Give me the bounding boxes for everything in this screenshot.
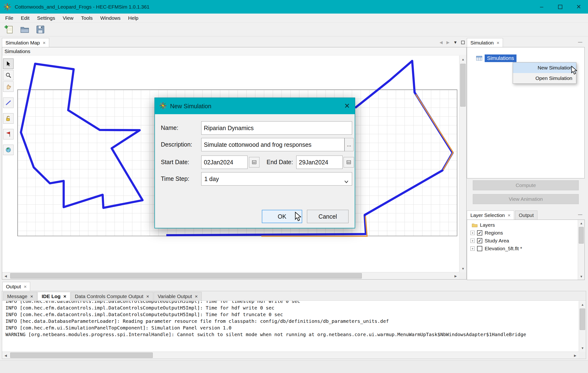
map-vscroll-thumb[interactable]	[460, 64, 466, 107]
new-file-icon	[4, 25, 14, 34]
magnifier-icon	[5, 72, 11, 78]
maximize-window-icon[interactable]	[461, 41, 465, 44]
tab-scroll-left-icon[interactable]: ◀	[440, 40, 443, 45]
tab-layer-selection[interactable]: Layer Selection ×	[467, 210, 514, 219]
dialog-header[interactable]: New Simulation	[155, 98, 355, 114]
layers-vertical-scrollbar[interactable]: ▲ ▼	[578, 220, 584, 280]
log-line: WARNING [org.netbeans.modules.progress.s…	[5, 331, 579, 338]
start-date-label: Start Date:	[161, 159, 189, 165]
tree-root-row[interactable]: Simulations	[476, 55, 584, 62]
start-date-picker-button[interactable]	[249, 157, 259, 167]
panel-minimize-icon[interactable]: —	[578, 212, 582, 217]
map-horizontal-scrollbar[interactable]: ◀ ▶	[2, 272, 459, 279]
regions-checkbox[interactable]: ✓	[477, 230, 482, 235]
context-item-new-simulation[interactable]: New Simulation	[513, 63, 576, 73]
layer-label-study-area: Study Area	[485, 238, 509, 244]
layer-row-elevation[interactable]: + Elevation_5ft.flt *	[470, 246, 584, 252]
dialog-close-icon[interactable]: ✕	[344, 102, 350, 110]
layers-root-row[interactable]: Layers	[472, 222, 584, 228]
menu-item-view[interactable]: View	[59, 13, 77, 22]
tab-close-icon[interactable]: ×	[43, 40, 46, 46]
tab-output[interactable]: Output ×	[2, 282, 30, 291]
scroll-up-icon[interactable]: ▲	[579, 301, 586, 308]
description-browse-button[interactable]: ...	[345, 138, 354, 151]
time-step-select[interactable]: 1 day	[201, 172, 352, 186]
log-hscroll-thumb[interactable]	[10, 352, 153, 358]
menu-item-tools[interactable]: Tools	[77, 13, 96, 22]
flag-tool-button[interactable]	[3, 129, 13, 139]
open-button[interactable]	[19, 24, 31, 35]
end-date-field[interactable]	[296, 155, 343, 169]
start-date-field[interactable]	[201, 155, 248, 169]
subtab-message[interactable]: Message ×	[3, 292, 37, 300]
measure-tool-button[interactable]	[3, 98, 13, 108]
scroll-down-icon[interactable]: ▼	[578, 273, 585, 280]
expand-plus-icon[interactable]: +	[470, 231, 475, 235]
scroll-down-icon[interactable]: ▼	[460, 265, 467, 272]
tab-close-icon[interactable]: ×	[63, 294, 66, 299]
elevation-checkbox[interactable]	[477, 246, 482, 251]
tab-close-icon[interactable]: ×	[24, 284, 27, 289]
scroll-left-icon[interactable]: ◀	[2, 272, 9, 280]
cancel-button[interactable]: Cancel	[307, 210, 348, 223]
lock-tool-button[interactable]	[3, 113, 13, 124]
scroll-up-icon[interactable]: ▲	[460, 56, 467, 63]
compute-button[interactable]: Compute	[473, 180, 579, 190]
map-vertical-scrollbar[interactable]: ▲ ▼	[459, 56, 466, 272]
panel-minimize-icon[interactable]: —	[578, 40, 582, 44]
minimize-button[interactable]: –	[532, 0, 551, 13]
description-label: Description:	[161, 141, 192, 148]
close-button[interactable]: ✕	[569, 0, 588, 13]
tab-close-icon[interactable]: ×	[146, 294, 149, 299]
layer-row-study-area[interactable]: + ✓ Study Area	[470, 238, 584, 244]
subtab-ide-log[interactable]: IDE Log ×	[38, 292, 70, 300]
log-vscroll-thumb[interactable]	[580, 308, 585, 330]
scroll-up-icon[interactable]: ▲	[578, 220, 585, 226]
tab-scroll-right-icon[interactable]: ▶	[446, 40, 450, 45]
scroll-right-icon[interactable]: ▶	[452, 272, 459, 280]
tab-output-right[interactable]: Output	[515, 210, 537, 219]
maximize-button[interactable]	[551, 0, 569, 13]
study-area-checkbox[interactable]: ✓	[477, 238, 482, 243]
subtab-variable-output[interactable]: Variable Output ×	[154, 292, 202, 300]
layers-vscroll-thumb[interactable]	[579, 227, 584, 244]
scroll-right-icon[interactable]: ▶	[572, 352, 579, 359]
log-line: INFO [com.hec.efm.datacontrols.impl.Data…	[5, 305, 579, 311]
save-button[interactable]	[35, 24, 46, 35]
tab-close-icon[interactable]: ×	[195, 294, 198, 299]
log-horizontal-scrollbar[interactable]: ◀ ▶	[2, 351, 579, 359]
red-flag-icon	[5, 131, 11, 137]
select-tool-button[interactable]	[3, 58, 13, 69]
globe-tool-button[interactable]	[3, 145, 13, 155]
scroll-down-icon[interactable]: ▼	[579, 344, 586, 351]
subtab-data-controls-compute-output[interactable]: Data Controls Compute Output ×	[71, 292, 153, 300]
tab-simulation-map[interactable]: Simulation Map ×	[2, 38, 49, 47]
view-animation-button[interactable]: View Animation	[473, 194, 579, 204]
layer-row-regions[interactable]: + ✓ Regions	[470, 230, 584, 236]
context-item-open-simulation[interactable]: Open Simulation	[513, 73, 576, 84]
tab-close-icon[interactable]: ×	[30, 294, 33, 299]
menu-item-edit[interactable]: Edit	[17, 13, 33, 22]
pan-tool-button[interactable]	[3, 81, 13, 92]
end-date-picker-button[interactable]	[344, 157, 354, 167]
description-field[interactable]	[201, 138, 345, 151]
menu-item-windows[interactable]: Windows	[96, 13, 124, 22]
name-field[interactable]	[201, 121, 352, 135]
menu-item-file[interactable]: File	[1, 13, 17, 22]
tree-node-simulations[interactable]: Simulations	[485, 55, 516, 62]
menu-item-settings[interactable]: Settings	[33, 13, 59, 22]
map-hscroll-thumb[interactable]	[10, 273, 362, 279]
tab-simulation[interactable]: Simulation ×	[467, 38, 503, 47]
tab-close-icon[interactable]: ×	[508, 212, 511, 218]
calendar-icon	[346, 160, 351, 165]
expand-plus-icon[interactable]: +	[470, 239, 475, 243]
tab-list-dropdown-icon[interactable]: ▼	[453, 40, 457, 45]
new-project-button[interactable]	[3, 24, 15, 35]
zoom-tool-button[interactable]	[3, 70, 13, 80]
log-vertical-scrollbar[interactable]: ▲ ▼	[579, 301, 586, 351]
menu-item-help[interactable]: Help	[124, 13, 142, 22]
expand-plus-icon[interactable]: +	[470, 246, 475, 251]
save-disk-icon	[36, 25, 45, 34]
tab-close-icon[interactable]: ×	[496, 40, 499, 46]
scroll-left-icon[interactable]: ◀	[2, 352, 9, 359]
